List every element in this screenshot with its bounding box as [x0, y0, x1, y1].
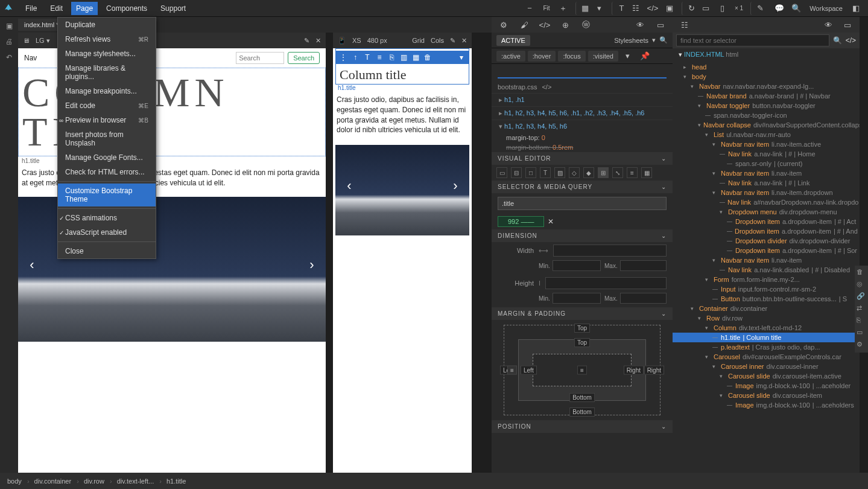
min-width-input[interactable]: [553, 260, 601, 271]
plus-panel-icon[interactable]: ⊕: [558, 18, 572, 31]
menu-item[interactable]: ✓JavaScript enabled: [58, 225, 156, 240]
css-rule[interactable]: h1, .h1: [492, 93, 673, 106]
menu-components[interactable]: Components: [101, 2, 152, 15]
breadcrumb-item[interactable]: div.row: [84, 478, 112, 485]
carousel[interactable]: ‹ ›: [335, 145, 469, 235]
sel-col-icon[interactable]: ▥: [399, 53, 408, 62]
tree-node[interactable]: ▾Container div.container: [673, 304, 860, 313]
feedback-icon[interactable]: 💬: [772, 2, 787, 15]
stylesheet-file[interactable]: bootstrap.css: [498, 83, 537, 91]
css-rule[interactable]: h1, h2, h3, h4, h5, h6, .h1, .h2, .h3, .…: [492, 106, 673, 120]
undo-icon[interactable]: ↶: [4, 52, 14, 63]
link-icon[interactable]: 🔗: [857, 292, 866, 302]
menu-item[interactable]: ∞Preview in browser⌘B: [58, 113, 156, 127]
eye-icon[interactable]: 👁: [821, 18, 835, 31]
styles-search-icon[interactable]: 🔍: [659, 36, 668, 44]
tree-node[interactable]: ▾Row div.row: [673, 313, 860, 323]
zoom-level-button[interactable]: × 1: [732, 2, 746, 15]
height-input[interactable]: [545, 277, 667, 289]
tree-node[interactable]: —h1.title | Column title: [673, 333, 860, 342]
reload-icon[interactable]: ↻: [682, 2, 696, 15]
ve-border-icon[interactable]: ◇: [569, 167, 580, 178]
text-cursor-icon[interactable]: I: [539, 280, 540, 287]
tree-node[interactable]: ▾List ul.navbar-nav.mr-auto: [673, 130, 860, 139]
menu-item[interactable]: Edit code⌘E: [58, 98, 156, 113]
viewport-2-icon[interactable]: ▯: [715, 2, 730, 15]
breadcrumb-item[interactable]: h1.title: [166, 478, 189, 485]
viewport-1-icon[interactable]: ▭: [699, 2, 713, 15]
tree-node[interactable]: ▾Navbar nav item li.nav-item: [673, 168, 860, 178]
tree-node[interactable]: ▾Form form.form-inline.my-2...: [673, 275, 860, 284]
layout-grid-icon[interactable]: ▦: [575, 2, 590, 15]
target-icon[interactable]: ◎: [857, 280, 866, 290]
tree-node[interactable]: ▾Carousel slide div.carousel-item.active: [673, 371, 860, 381]
sel-menu-icon[interactable]: ⋮: [339, 53, 347, 62]
settings-icon[interactable]: ⚙: [857, 340, 866, 350]
cols-toggle[interactable]: Cols: [431, 37, 444, 44]
tree-node[interactable]: —Dropdown item a.dropdown-item | # | Sor: [673, 246, 860, 255]
breadcrumb-item[interactable]: body: [7, 478, 30, 485]
menu-item[interactable]: Manage breakpoints...: [58, 84, 156, 98]
close-view-icon[interactable]: ✕: [461, 37, 467, 45]
duplicate-icon[interactable]: ⎘: [857, 316, 866, 326]
code-icon[interactable]: </>: [645, 2, 660, 15]
menu-item[interactable]: Check for HTML errors...: [58, 165, 156, 179]
carousel-next-icon[interactable]: ›: [303, 257, 321, 281]
pseudo-hover[interactable]: :hover: [528, 51, 556, 62]
sliders-icon[interactable]: ⚙: [496, 18, 511, 31]
tree-node[interactable]: ▾Navbar nav item li.nav-item: [673, 255, 860, 265]
edit-css-icon[interactable]: ✎: [304, 37, 309, 45]
margin-bottom-input[interactable]: Bottom: [569, 408, 595, 417]
ve-transform-icon[interactable]: ⤡: [612, 167, 623, 178]
device-icon[interactable]: 📱: [338, 37, 346, 45]
pseudo-visited[interactable]: :visited: [588, 51, 618, 62]
tree-node[interactable]: ▾Navbar nav item li.nav-item.dropdown: [673, 188, 860, 197]
tree-node[interactable]: —p.leadtext | Cras justo odio, dap...: [673, 342, 860, 352]
pseudo-active[interactable]: :active: [496, 51, 525, 62]
menu-item[interactable]: ✓CSS animations: [58, 211, 156, 225]
tree-node[interactable]: —Dropdown item a.dropdown-item | # | And: [673, 226, 860, 236]
margin-lock-icon[interactable]: ≡: [507, 366, 517, 375]
max-height-input[interactable]: [620, 293, 667, 304]
lead-text[interactable]: Cras justo odio, dapibus ac facilisis in…: [333, 91, 472, 139]
collapse-icon[interactable]: ▭: [653, 18, 668, 31]
menu-item[interactable]: Manage stylesheets...: [58, 46, 156, 61]
width-input[interactable]: [553, 245, 667, 257]
margin-top-input[interactable]: Top: [574, 324, 590, 333]
ve-flex-icon[interactable]: ⊞: [598, 167, 609, 178]
pseudo-more-icon[interactable]: ▾: [621, 50, 635, 63]
max-width-input[interactable]: [620, 260, 667, 271]
min-height-input[interactable]: [553, 293, 601, 304]
tree-node[interactable]: —Nav link a.nav-link | # | Link: [673, 178, 860, 188]
breadcrumb-item[interactable]: div.container: [34, 478, 79, 485]
tree-node[interactable]: ▾Navbar nav item li.nav-item.active: [673, 139, 860, 149]
css-property[interactable]: margin-bottom: 0.5rem: [492, 142, 673, 152]
sel-align-icon[interactable]: ≡: [375, 53, 384, 62]
menu-item[interactable]: Close: [58, 244, 156, 258]
search-icon[interactable]: 🔍: [789, 2, 803, 15]
sel-more-icon[interactable]: ▾: [457, 53, 466, 62]
pin-icon[interactable]: 📌: [638, 50, 652, 63]
zoom-fit-button[interactable]: Fit: [539, 2, 554, 15]
sel-grid-icon[interactable]: ▦: [411, 53, 420, 62]
breakpoint-label[interactable]: XS: [352, 37, 361, 44]
carousel-next-icon[interactable]: ›: [446, 178, 464, 202]
mq-clear-icon[interactable]: ✕: [548, 217, 554, 226]
menu-item[interactable]: Customize Bootstrap Theme: [58, 184, 156, 206]
close-view-icon[interactable]: ✕: [315, 37, 321, 45]
preview-xs[interactable]: ⋮ ↑ T ≡ ⎘ ▥ ▦ 🗑 ▾ Column title h1.title …: [333, 48, 472, 473]
zoom-in-icon[interactable]: ＋: [556, 2, 571, 15]
box-icon[interactable]: ▭: [857, 328, 866, 338]
export-icon[interactable]: 🖨: [4, 36, 14, 47]
menu-file[interactable]: File: [21, 2, 42, 15]
menu-item[interactable]: Refresh views⌘R: [58, 32, 156, 46]
wordpress-icon[interactable]: ⓦ: [578, 18, 593, 31]
box-center-icon[interactable]: ≡: [577, 366, 587, 375]
menu-page[interactable]: Page: [71, 2, 98, 15]
tree-node[interactable]: ▾Carousel inner div.carousel-inner: [673, 362, 860, 371]
selector-input[interactable]: .title: [498, 197, 667, 210]
menu-item[interactable]: Manage Google Fonts...: [58, 150, 156, 165]
active-tab[interactable]: ACTIVE: [496, 35, 530, 46]
pseudo-focus[interactable]: :focus: [558, 51, 585, 62]
breakpoint-selector[interactable]: LG ▾: [36, 37, 50, 45]
